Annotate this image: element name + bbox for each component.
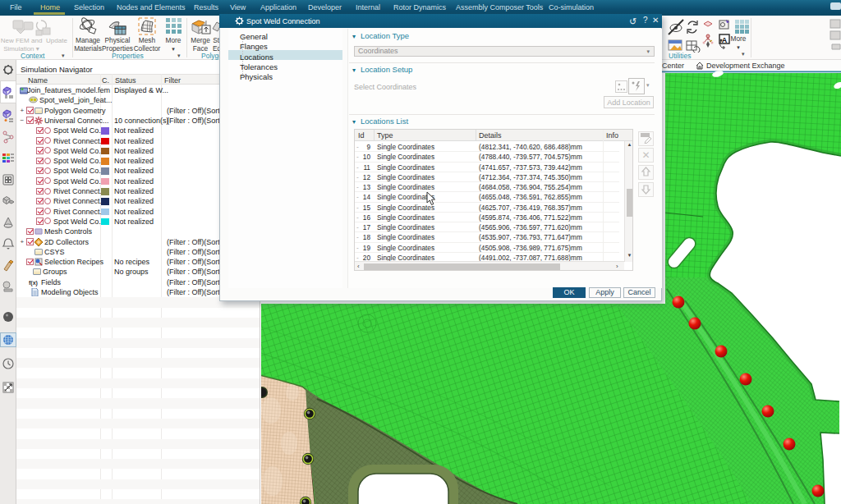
svg-text:A: A xyxy=(722,36,728,44)
